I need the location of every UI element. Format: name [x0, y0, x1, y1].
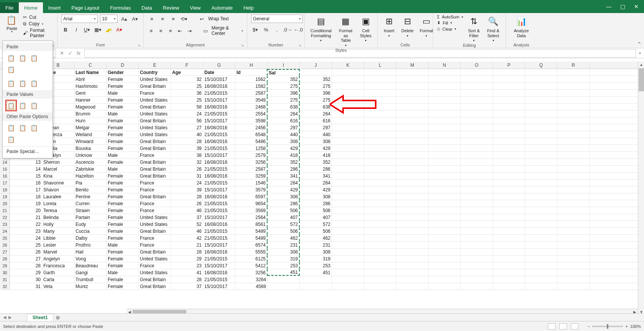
cell[interactable]: France [139, 152, 171, 158]
cell[interactable]: Perrine [74, 193, 107, 200]
cell[interactable]: Great Britain [139, 145, 171, 152]
format-as-table-button[interactable]: ▦Format as Table▾ [337, 15, 355, 48]
cell[interactable]: 16/08/2016 [203, 83, 235, 89]
cell[interactable]: 506 [300, 228, 332, 234]
cell[interactable] [461, 69, 493, 76]
cell[interactable] [557, 249, 590, 255]
cell[interactable] [461, 124, 493, 131]
tab-home[interactable]: Home [19, 2, 43, 13]
tab-automate[interactable]: Automate [206, 2, 238, 13]
cell[interactable] [429, 235, 461, 241]
decrease-font-icon[interactable]: A▾ [131, 15, 139, 23]
cell[interactable]: 2587 [235, 166, 268, 172]
cell[interactable] [332, 138, 364, 145]
cell[interactable] [557, 214, 590, 221]
cell[interactable] [364, 228, 396, 234]
cell[interactable]: 3259 [235, 173, 268, 179]
cell[interactable] [396, 193, 429, 200]
cell[interactable]: Male [107, 242, 139, 248]
cell[interactable]: Shavon [42, 186, 74, 193]
cell[interactable] [525, 186, 557, 193]
cell[interactable]: 3256 [235, 269, 268, 276]
cell[interactable]: Strawn [74, 207, 107, 214]
cell[interactable] [493, 283, 525, 290]
cell[interactable]: Kina [42, 173, 74, 179]
cell[interactable] [429, 200, 461, 207]
cell[interactable] [461, 242, 493, 248]
cell[interactable]: Cuccia [74, 228, 107, 234]
cell[interactable] [364, 76, 396, 82]
cell[interactable] [429, 97, 461, 103]
cell[interactable] [396, 269, 429, 276]
cell[interactable]: Sal [268, 69, 300, 76]
cell[interactable] [461, 104, 493, 110]
cell[interactable]: Bouska [74, 145, 107, 152]
paste-transpose-icon[interactable]: 📋 [30, 79, 39, 88]
cell[interactable]: 29 [171, 255, 203, 262]
enter-icon[interactable]: ✓ [66, 50, 74, 56]
cell[interactable] [429, 193, 461, 200]
cell[interactable]: 231 [268, 242, 300, 248]
cell[interactable]: 308 [268, 249, 300, 255]
cell[interactable] [332, 186, 364, 193]
cell[interactable]: 37 [171, 283, 203, 290]
cell[interactable]: Magwood [74, 104, 107, 110]
cell[interactable] [461, 173, 493, 179]
cell[interactable] [557, 179, 590, 186]
insert-cells-button[interactable]: ⊞Insert▾ [381, 15, 397, 38]
increase-font-icon[interactable]: A▴ [120, 15, 128, 23]
cell[interactable]: 418 [268, 152, 300, 158]
cell[interactable] [525, 276, 557, 283]
cell[interactable] [461, 131, 493, 138]
cell[interactable] [268, 283, 300, 290]
scroll-thumb[interactable] [639, 68, 644, 91]
cell[interactable]: 638 [300, 104, 332, 110]
cell[interactable]: Dalby [74, 235, 107, 241]
cell[interactable]: Great Britain [139, 117, 171, 124]
cell[interactable]: 341 [268, 173, 300, 179]
cell[interactable] [493, 249, 525, 255]
column-header[interactable]: R [557, 61, 590, 69]
cell[interactable]: 429 [268, 186, 300, 193]
cell[interactable] [461, 179, 493, 186]
cell[interactable] [364, 262, 396, 269]
cell[interactable] [429, 186, 461, 193]
cell[interactable] [525, 83, 557, 89]
cell[interactable]: 418 [300, 152, 332, 158]
cut-button[interactable]: ✂Cut [23, 15, 53, 20]
cell[interactable] [525, 104, 557, 110]
cell[interactable]: Great Britain [139, 249, 171, 255]
cell[interactable] [461, 117, 493, 124]
cell[interactable] [525, 97, 557, 103]
cell[interactable]: 29 [10, 269, 42, 276]
cell[interactable]: 275 [268, 97, 300, 103]
cell[interactable]: 32 [171, 159, 203, 165]
tab-help[interactable]: Help [238, 2, 259, 13]
cell[interactable] [493, 76, 525, 82]
cell[interactable] [332, 283, 364, 290]
cell[interactable] [557, 131, 590, 138]
cell[interactable]: France [139, 242, 171, 248]
paste-link-icon[interactable]: 📋 [18, 123, 27, 132]
cell[interactable]: Male [107, 269, 139, 276]
cell[interactable] [396, 83, 429, 89]
cell[interactable] [493, 186, 525, 193]
row-header[interactable]: 16 [0, 173, 10, 179]
cell[interactable] [396, 159, 429, 165]
cell[interactable]: 308 [268, 193, 300, 200]
cell[interactable] [525, 242, 557, 248]
cell[interactable]: Winward [74, 138, 107, 145]
chevron-down-icon[interactable]: ▾ [11, 30, 13, 33]
cell[interactable]: 5489 [235, 228, 268, 234]
column-header[interactable]: P [493, 61, 525, 69]
maximize-icon[interactable]: ▢ [618, 3, 627, 10]
cell[interactable] [429, 255, 461, 262]
align-right-icon[interactable]: ≡ [167, 26, 174, 35]
paste-formulas-icon[interactable]: 📋 [18, 53, 27, 63]
cell[interactable]: Lester [42, 242, 74, 248]
cell[interactable]: Male [107, 90, 139, 96]
cell[interactable] [332, 255, 364, 262]
cell[interactable] [461, 221, 493, 227]
row-header[interactable]: 23 [0, 221, 10, 227]
cell[interactable]: Female [107, 249, 139, 255]
